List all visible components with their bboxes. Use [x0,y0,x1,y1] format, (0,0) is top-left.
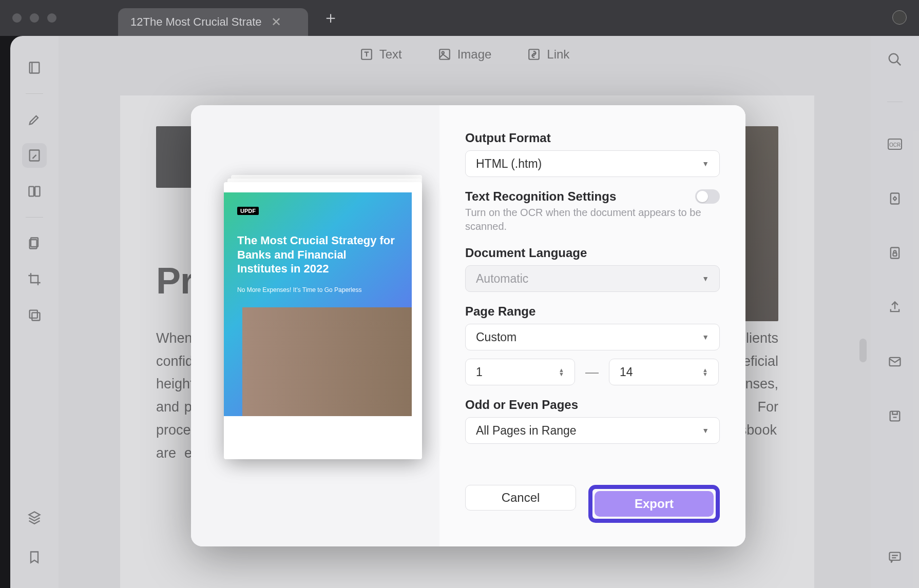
chevron-down-icon: ▼ [702,275,709,283]
svg-rect-7 [32,312,40,320]
reader-icon[interactable] [22,55,47,80]
export-button-label: Export [635,497,674,511]
page-range-label: Page Range [465,304,720,319]
stepper-icon[interactable]: ▲▼ [559,368,564,376]
export-dialog: UPDF The Most Crucial Strategy for Banks… [191,105,745,546]
avatar[interactable] [892,10,907,25]
cover-subtitle: No More Expenses! It's Time to Go Paperl… [237,286,398,293]
traffic-lights [12,13,56,23]
panels-icon[interactable] [22,179,47,204]
toolbar-link[interactable]: Link [527,47,569,62]
page-from-value: 1 [476,365,483,379]
toolbar-link-label: Link [547,47,569,62]
chevron-down-icon: ▼ [702,426,709,435]
crop-icon[interactable] [22,267,47,291]
output-format-label: Output Format [465,131,720,145]
language-label: Document Language [465,246,720,260]
export-button-highlight: Export [588,485,720,523]
ocr-icon[interactable]: OCR [883,132,907,156]
page-to-input[interactable]: 14 ▲▼ [609,359,719,385]
window-close-dot[interactable] [12,13,22,23]
sidebar-right: OCR [871,36,919,588]
chevron-down-icon: ▼ [702,333,709,341]
page-to-value: 14 [620,365,633,379]
range-dash: — [585,364,599,380]
edit-toolbar: Text Image Link [59,36,871,73]
pages-icon[interactable] [22,231,47,256]
mail-icon[interactable] [883,349,907,374]
tab-title: 12The Most Crucial Strate [130,15,262,29]
svg-rect-3 [35,187,40,197]
divider [26,93,43,94]
convert-icon[interactable] [883,186,907,211]
toolbar-text[interactable]: Text [360,47,402,62]
dialog-preview-pane: UPDF The Most Crucial Strategy for Banks… [191,105,439,546]
ocr-toggle[interactable] [695,189,720,204]
toolbar-image-label: Image [457,47,492,62]
language-value: Automatic [476,272,528,286]
svg-rect-13 [893,253,897,256]
toolbar-text-label: Text [379,47,402,62]
window-minimize-dot[interactable] [30,13,39,23]
svg-rect-11 [891,193,899,204]
bookmark-icon[interactable] [22,545,47,570]
svg-point-8 [889,54,898,63]
ocr-label: Text Recognition Settings [465,189,616,204]
export-button[interactable]: Export [595,491,714,517]
svg-rect-15 [890,411,900,421]
page-range-mode-select[interactable]: Custom ▼ [465,324,720,350]
svg-text:OCR: OCR [889,142,901,148]
cover-logo: UPDF [237,207,259,215]
page-range-mode: Custom [476,330,516,344]
svg-point-19 [442,52,444,54]
cancel-button-label: Cancel [502,491,540,505]
window-zoom-dot[interactable] [47,13,56,23]
odd-even-value: All Pages in Range [476,424,577,438]
search-icon[interactable] [883,47,907,72]
sidebar-left [10,36,59,588]
toolbar-image[interactable]: Image [438,47,492,62]
dialog-form-pane: Output Format HTML (.htm) ▼ Text Recogni… [439,105,745,546]
tab-current[interactable]: 12The Most Crucial Strate ✕ [118,8,308,36]
svg-rect-0 [30,63,40,73]
new-tab-button[interactable]: ＋ [322,7,339,29]
edit-icon[interactable] [22,143,47,168]
divider [887,102,903,102]
odd-even-label: Odd or Even Pages [465,398,720,412]
output-format-value: HTML (.htm) [476,157,542,171]
cover-title: The Most Crucial Strategy for Banks and … [237,233,398,276]
language-select[interactable]: Automatic ▼ [465,265,720,292]
svg-rect-6 [30,310,37,318]
svg-rect-1 [30,150,40,161]
odd-even-select[interactable]: All Pages in Range ▼ [465,417,720,444]
scrollbar-thumb[interactable] [859,339,867,362]
stepper-icon[interactable]: ▲▼ [702,368,708,376]
comment-icon[interactable] [883,545,907,570]
divider [26,217,43,218]
copy-icon[interactable] [22,303,47,327]
window-titlebar: 12The Most Crucial Strate ✕ ＋ [0,0,919,36]
cancel-button[interactable]: Cancel [465,485,576,511]
save-icon[interactable] [883,404,907,428]
share-icon[interactable] [883,295,907,320]
highlighter-icon[interactable] [22,107,47,132]
close-icon[interactable]: ✕ [271,15,281,29]
chevron-down-icon: ▼ [702,160,709,168]
svg-rect-2 [29,187,34,197]
layers-icon[interactable] [22,505,47,530]
ocr-hint: Turn on the OCR when the document appear… [465,206,720,233]
svg-rect-16 [890,553,901,560]
lock-file-icon[interactable] [883,241,907,265]
page-from-input[interactable]: 1 ▲▼ [465,359,575,385]
preview-cover: UPDF The Most Crucial Strategy for Banks… [224,192,412,416]
output-format-select[interactable]: HTML (.htm) ▼ [465,150,720,177]
